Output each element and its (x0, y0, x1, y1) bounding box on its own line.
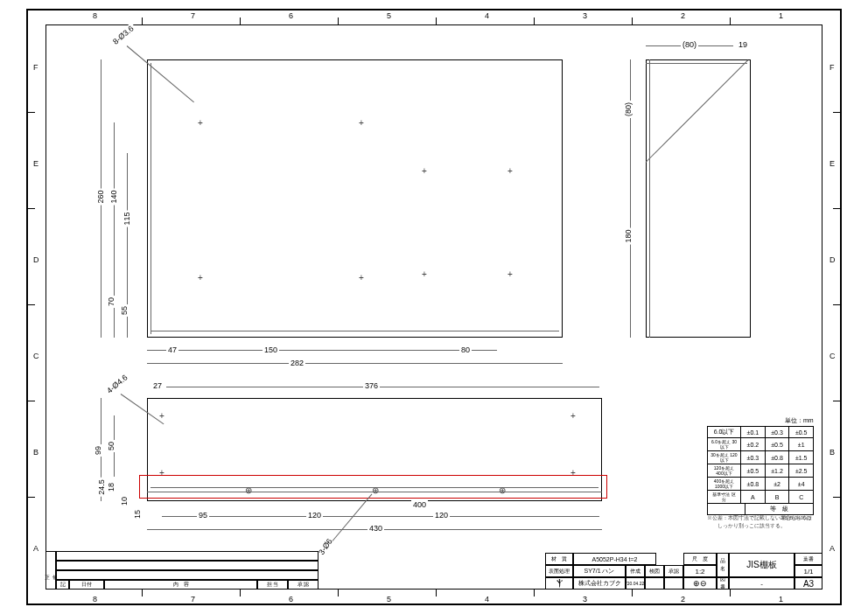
dim-19: 19 (737, 40, 749, 49)
sheet-value: 1/1 (794, 565, 822, 577)
sheet-label: 葉番 (794, 553, 822, 565)
grid-col-2: 2 (681, 11, 685, 20)
grid-col-1: 1 (779, 11, 783, 20)
name-label: 品 名 (717, 553, 729, 577)
material-label: 材 質 (545, 553, 573, 565)
highlight-box (139, 475, 607, 499)
dim-180: 180 (624, 227, 633, 244)
sheet-size: A3 (794, 577, 822, 590)
hole-mark: + (198, 118, 203, 128)
rev-h4: 担 当 (257, 580, 288, 590)
dim-80: (80) (681, 40, 698, 49)
scale-value: 1:2 (683, 565, 717, 577)
creator-label: 作成 (626, 565, 645, 577)
grid-col-7: 7 (191, 11, 195, 20)
projection-symbol: ⊕⊖ (683, 577, 717, 590)
dwg-number: - (729, 577, 794, 590)
approver-label: 承認 (664, 565, 683, 577)
dim-376: 376 (363, 381, 380, 390)
grid-col-5: 5 (387, 11, 391, 20)
company-name: 株式会社カブク (573, 577, 626, 590)
rev-h1: 記 (56, 580, 69, 590)
surface-value: SY7/1 ハン (573, 565, 626, 577)
surface-label: 表面処理 (545, 565, 573, 577)
dim-260: 260 (96, 188, 105, 205)
grid-col-6: 6 (289, 11, 293, 20)
tolerance-unit: 単位：mm (783, 416, 816, 425)
side-view (646, 59, 751, 338)
drawing-name: JIS棚板 (729, 553, 794, 577)
material-value: A5052P-H34 t=2 (573, 553, 656, 565)
grid-col-3: 3 (583, 11, 587, 20)
drawing-sheet: 8 7 6 5 4 3 2 1 8 7 6 5 4 3 2 1 F E D C … (26, 9, 842, 605)
company-logo: Ⲯ (545, 577, 573, 590)
rev-h2: 日付 (69, 580, 104, 590)
grid-col-4: 4 (485, 11, 489, 20)
note-2: JIS B 0405の (780, 514, 811, 522)
scale-label: 尺 度 (683, 553, 717, 565)
rev-h3: 内 容 (104, 580, 257, 590)
tolerance-table: 6.0以下±0.1±0.3±0.5 6.0を超え 30以下±0.2±0.5±1 … (707, 426, 814, 515)
dwg-label: 図 番 (717, 577, 729, 590)
rev-side-label: 修 正 (46, 551, 56, 590)
checker-label: 検図 (645, 565, 664, 577)
top-view (147, 59, 563, 338)
rev-h5: 承 認 (288, 580, 318, 590)
date: '20.04.22 (626, 577, 645, 590)
grid-row-F: F (33, 63, 38, 72)
grid-col-8: 8 (93, 11, 97, 20)
